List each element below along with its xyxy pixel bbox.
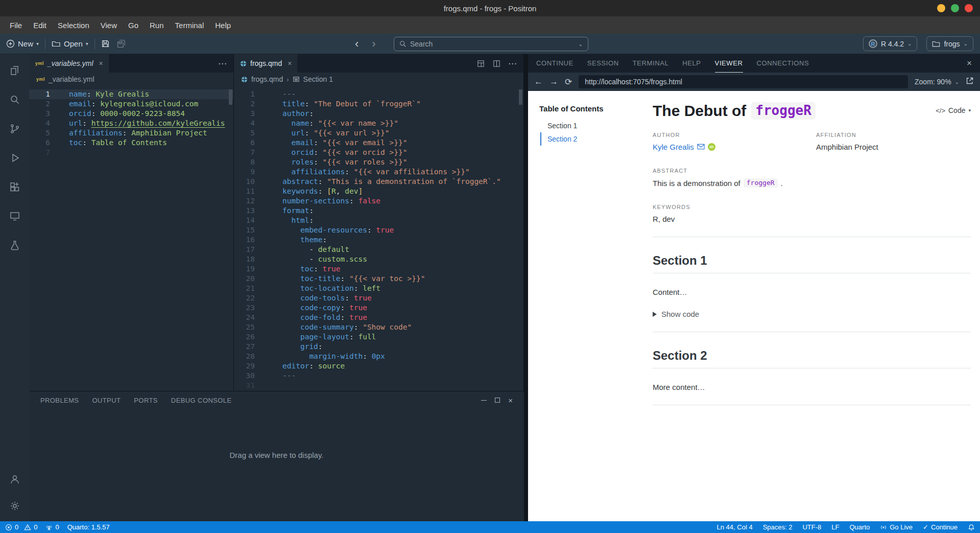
show-code-toggle[interactable]: Show code <box>653 310 971 318</box>
breadcrumb-left[interactable]: yml _variables.yml <box>29 73 233 86</box>
remote-devices-icon[interactable] <box>5 206 25 226</box>
code-line[interactable]: 29editor: source <box>234 361 523 371</box>
code-line[interactable]: 15 embed-resources: true <box>234 225 523 235</box>
viewer-zoom-control[interactable]: Zoom: 90% ⌄ <box>915 78 959 86</box>
account-icon[interactable] <box>5 469 25 490</box>
tab-continue[interactable]: CONTINUE <box>536 54 573 73</box>
close-button[interactable] <box>965 4 973 12</box>
code-line[interactable]: 21 toc-location: left <box>234 284 523 293</box>
close-panel-icon[interactable]: × <box>967 54 972 73</box>
editor-frogs-qmd[interactable]: 1---2title: "The Debut of `froggeR`"3aut… <box>234 86 523 391</box>
code-line[interactable]: 24 code-fold: true <box>234 313 523 322</box>
viewer-forward-icon[interactable]: → <box>549 77 558 87</box>
source-control-icon[interactable] <box>5 119 25 139</box>
maximize-button[interactable] <box>951 4 959 12</box>
code-line[interactable]: 31 <box>234 381 523 390</box>
explorer-icon[interactable] <box>5 60 25 81</box>
code-line[interactable]: 5affiliations: Amphibian Project <box>29 128 233 138</box>
eol-status[interactable]: LF <box>831 523 839 531</box>
close-panel-icon[interactable]: × <box>508 397 513 404</box>
code-line[interactable]: 8 roles: "{{< var roles >}}" <box>234 157 523 167</box>
ports-status[interactable]: 0 <box>45 523 59 531</box>
close-tab-icon[interactable]: × <box>99 59 103 67</box>
go-live-button[interactable]: Go Live <box>880 523 913 531</box>
back-button[interactable]: ‹ <box>355 38 358 50</box>
menu-selection[interactable]: Selection <box>52 21 95 30</box>
problems-status[interactable]: 0 0 <box>5 523 37 531</box>
tab-output[interactable]: OUTPUT <box>92 397 121 404</box>
code-line[interactable]: 17 - default <box>234 245 523 254</box>
indentation-status[interactable]: Spaces: 2 <box>763 523 793 531</box>
toc-item-section-1[interactable]: Section 1 <box>540 119 632 132</box>
code-line[interactable]: 12number-sections: false <box>234 196 523 206</box>
author-link[interactable]: Kyle Grealis <box>653 143 694 151</box>
code-line[interactable]: 26 page-layout: full <box>234 332 523 342</box>
tab-session[interactable]: SESSION <box>587 54 619 73</box>
code-line[interactable]: 28 margin-width: 0px <box>234 352 523 361</box>
menu-run[interactable]: Run <box>144 21 170 30</box>
code-line[interactable]: 7 <box>29 148 233 157</box>
extensions-icon[interactable] <box>5 177 25 197</box>
more-actions-icon[interactable]: ⋯ <box>218 58 227 69</box>
tab-debug-console[interactable]: DEBUG CONSOLE <box>171 397 232 404</box>
tab-connections[interactable]: CONNECTIONS <box>757 54 809 73</box>
code-line[interactable]: 14 html: <box>234 216 523 225</box>
code-line[interactable]: 16 theme: <box>234 235 523 245</box>
forward-button[interactable]: › <box>372 38 375 50</box>
breadcrumb-right[interactable]: frogs.qmd › Section 1 <box>234 73 523 86</box>
save-all-button[interactable] <box>117 39 126 48</box>
code-line[interactable]: 10abstract: "This is a demonstration of … <box>234 177 523 187</box>
code-line[interactable]: 27 grid: <box>234 342 523 352</box>
code-line[interactable]: 25 code-summary: "Show code" <box>234 322 523 332</box>
global-search[interactable]: Search ⌄ <box>394 37 588 51</box>
code-line[interactable]: 30--- <box>234 371 523 381</box>
tab-ports[interactable]: PORTS <box>134 397 158 404</box>
cursor-position[interactable]: Ln 44, Col 4 <box>717 523 753 531</box>
code-line[interactable]: 20 toc-title: "{{< var toc >}}" <box>234 274 523 284</box>
testing-flask-icon[interactable] <box>5 235 25 256</box>
minimize-panel-icon[interactable] <box>481 400 487 401</box>
code-line[interactable]: 2title: "The Debut of `froggeR`" <box>234 99 523 109</box>
menu-help[interactable]: Help <box>209 21 236 30</box>
menu-file[interactable]: File <box>4 21 28 30</box>
code-line[interactable]: 11keywords: [R, dev] <box>234 187 523 196</box>
code-line[interactable]: 4 name: "{{< var name >}}" <box>234 119 523 128</box>
code-line[interactable]: 4url: https://github.com/kyleGrealis <box>29 119 233 128</box>
code-line[interactable]: 18 - custom.scss <box>234 254 523 264</box>
code-line[interactable]: 7 orcid: "{{< var orcid >}}" <box>234 148 523 157</box>
open-in-browser-icon[interactable] <box>966 77 974 87</box>
encoding-status[interactable]: UTF-8 <box>802 523 821 531</box>
code-line[interactable]: 1name: Kyle Grealis <box>29 89 233 99</box>
maximize-panel-icon[interactable] <box>495 398 500 403</box>
tab-problems[interactable]: PROBLEMS <box>40 397 79 404</box>
open-button[interactable]: Open ▾ <box>52 39 88 48</box>
code-line[interactable]: 13format: <box>234 206 523 216</box>
code-line[interactable]: 19 toc: true <box>234 264 523 274</box>
code-line[interactable]: 6toc: Table of Contents <box>29 138 233 148</box>
language-mode[interactable]: Quarto <box>849 523 870 531</box>
interpreter-selector[interactable]: R R 4.4.2 ⌄ <box>863 36 918 51</box>
editor-variables-yml[interactable]: 1name: Kyle Grealis2email: kylegrealis@i… <box>29 86 233 391</box>
new-button[interactable]: New ▾ <box>6 39 39 48</box>
toc-item-section-2[interactable]: Section 2 <box>540 132 632 146</box>
code-line[interactable]: 9 affiliations: "{{< var affiliations >}… <box>234 167 523 177</box>
code-tools-button[interactable]: </> Code ▾ <box>936 106 971 114</box>
menu-terminal[interactable]: Terminal <box>170 21 210 30</box>
code-line[interactable]: 22 code-tools: true <box>234 293 523 303</box>
email-icon[interactable] <box>697 143 705 151</box>
tab-viewer[interactable]: VIEWER <box>715 54 743 73</box>
code-line[interactable]: 2email: kylegrealis@icloud.com <box>29 99 233 109</box>
tab-variables-yml[interactable]: yml _variables.yml × <box>29 54 110 73</box>
tab-terminal[interactable]: TERMINAL <box>633 54 669 73</box>
run-debug-icon[interactable] <box>5 148 25 168</box>
code-line[interactable]: 1--- <box>234 89 523 99</box>
notifications-bell[interactable] <box>968 524 975 531</box>
code-line[interactable]: 6 email: "{{< var email >}}" <box>234 138 523 148</box>
viewer-back-icon[interactable]: ← <box>534 77 543 87</box>
continue-status[interactable]: ✓ Continue <box>923 523 958 531</box>
layout-panel-icon[interactable] <box>476 59 485 68</box>
code-line[interactable]: 3orcid: 0000-0002-9223-8854 <box>29 109 233 119</box>
search-sidebar-icon[interactable] <box>5 89 25 110</box>
menu-go[interactable]: Go <box>123 21 144 30</box>
split-editor-icon[interactable] <box>492 59 501 68</box>
